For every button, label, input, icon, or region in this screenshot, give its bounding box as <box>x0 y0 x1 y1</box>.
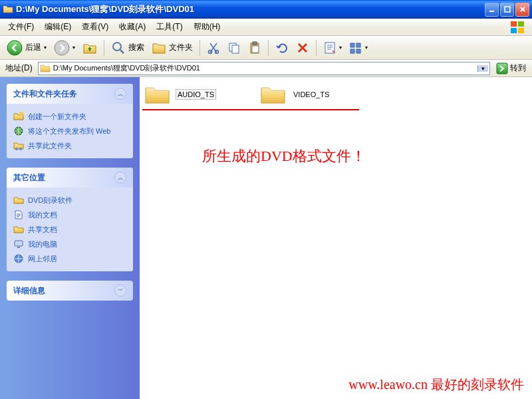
folders-button[interactable]: 文件夹 <box>149 39 196 57</box>
forward-icon <box>54 40 70 56</box>
place-network[interactable]: 网上邻居 <box>13 251 126 266</box>
chevron-down-icon: ︾ <box>114 285 126 297</box>
address-label: 地址(D) <box>3 63 35 74</box>
annotation-text: 所生成的DVD格式文件！ <box>202 146 366 166</box>
svg-rect-0 <box>489 11 494 12</box>
chevron-down-icon: ▾ <box>339 45 342 51</box>
up-button[interactable] <box>80 39 100 57</box>
place-dvd-software[interactable]: DVD刻录软件 <box>13 193 126 207</box>
maximize-button[interactable] <box>500 3 514 17</box>
go-button[interactable]: 转到 <box>493 61 529 76</box>
folder-icon <box>259 82 287 106</box>
properties-icon <box>323 41 336 55</box>
folder-audio-ts[interactable]: AUDIO_TS <box>144 82 216 106</box>
menubar: 文件(F) 编辑(E) 查看(V) 收藏(A) 工具(T) 帮助(H) <box>0 19 532 36</box>
place-shared-docs[interactable]: 共享文档 <box>13 222 126 237</box>
svg-point-25 <box>19 148 22 150</box>
details-panel: 详细信息 ︾ <box>7 281 133 301</box>
go-icon <box>496 63 508 74</box>
shared-folder-icon <box>13 224 24 235</box>
search-icon <box>111 41 126 55</box>
folder-video-ts[interactable]: VIDEO_TS <box>259 82 331 106</box>
new-folder-icon <box>13 111 24 122</box>
windows-logo-icon <box>505 20 529 35</box>
search-button[interactable]: 搜索 <box>108 39 147 57</box>
back-icon <box>7 40 23 56</box>
highlight-underline <box>142 109 359 110</box>
folder-icon <box>3 4 13 15</box>
menu-file[interactable]: 文件(F) <box>3 19 39 35</box>
address-dropdown[interactable]: ▾ <box>477 65 488 72</box>
folder-up-icon <box>82 41 97 55</box>
task-new-folder[interactable]: 创建一个新文件夹 <box>13 109 126 124</box>
details-header[interactable]: 详细信息 ︾ <box>7 281 133 301</box>
cut-button[interactable] <box>204 39 223 57</box>
svg-point-8 <box>113 43 121 51</box>
copy-button[interactable] <box>225 39 243 57</box>
views-icon <box>349 41 362 55</box>
paste-icon <box>248 41 261 55</box>
content-area: 文件和文件夹任务 ︽ 创建一个新文件夹 将这个文件夹发布到 Web 共享此文件夹… <box>0 77 532 399</box>
task-publish-web[interactable]: 将这个文件夹发布到 Web <box>13 124 126 138</box>
window-controls <box>485 3 529 17</box>
sidebar: 文件和文件夹任务 ︽ 创建一个新文件夹 将这个文件夹发布到 Web 共享此文件夹… <box>0 77 140 399</box>
chevron-up-icon: ︽ <box>114 88 126 100</box>
tasks-panel: 文件和文件夹任务 ︽ 创建一个新文件夹 将这个文件夹发布到 Web 共享此文件夹 <box>7 84 133 158</box>
svg-rect-4 <box>511 28 517 33</box>
file-view[interactable]: AUDIO_TS VIDEO_TS 所生成的DVD格式文件！ www.leawo… <box>140 77 532 399</box>
address-input[interactable]: D:\My Documents\狸窝\DVD刻录软件\DVD01 ▾ <box>38 62 490 75</box>
other-places-panel: 其它位置 ︽ DVD刻录软件 我的文档 共享文档 我的电脑 网上邻居 <box>7 168 133 271</box>
task-share-folder[interactable]: 共享此文件夹 <box>13 138 126 153</box>
svg-point-24 <box>15 148 18 150</box>
network-icon <box>13 253 24 264</box>
delete-icon <box>296 41 309 55</box>
folder-icon <box>13 195 24 205</box>
share-icon <box>13 140 24 151</box>
close-button[interactable] <box>515 3 529 17</box>
svg-rect-1 <box>505 7 510 12</box>
copy-icon <box>227 41 241 55</box>
folder-icon <box>40 63 51 74</box>
views-button[interactable]: ▾ <box>346 39 370 57</box>
properties-button[interactable]: ▾ <box>321 39 344 57</box>
toolbar: 后退 ▾ ▾ 搜索 文件夹 ▾ ▾ <box>0 36 532 60</box>
paste-button[interactable] <box>245 39 264 57</box>
svg-rect-21 <box>497 63 507 74</box>
cut-icon <box>207 41 220 55</box>
svg-rect-14 <box>253 42 257 45</box>
svg-point-6 <box>7 41 22 55</box>
chevron-down-icon: ▾ <box>72 45 75 51</box>
menu-favorites[interactable]: 收藏(A) <box>114 19 151 35</box>
undo-button[interactable] <box>273 39 291 57</box>
folder-icon <box>144 82 172 106</box>
tasks-header[interactable]: 文件和文件夹任务 ︽ <box>7 84 133 104</box>
delete-button[interactable] <box>293 39 312 57</box>
svg-rect-18 <box>356 43 360 47</box>
chevron-up-icon: ︽ <box>114 172 126 184</box>
svg-rect-2 <box>511 21 517 27</box>
globe-icon <box>13 126 24 136</box>
folders-icon <box>152 41 166 55</box>
documents-icon <box>13 209 24 220</box>
svg-rect-12 <box>232 45 239 53</box>
place-my-documents[interactable]: 我的文档 <box>13 207 126 222</box>
menu-edit[interactable]: 编辑(E) <box>39 19 76 35</box>
svg-rect-27 <box>17 247 20 248</box>
place-my-computer[interactable]: 我的电脑 <box>13 237 126 251</box>
menu-tools[interactable]: 工具(T) <box>151 19 188 35</box>
forward-button[interactable]: ▾ <box>51 38 78 58</box>
svg-rect-15 <box>252 46 259 53</box>
back-button[interactable]: 后退 ▾ <box>4 38 49 58</box>
chevron-down-icon: ▾ <box>44 45 47 51</box>
other-places-header[interactable]: 其它位置 ︽ <box>7 168 133 188</box>
svg-rect-19 <box>350 49 354 53</box>
svg-rect-5 <box>518 28 524 33</box>
undo-icon <box>275 41 289 55</box>
watermark-text: www.leawo.cn 最好的刻录软件 <box>348 376 524 394</box>
svg-rect-17 <box>350 43 354 47</box>
computer-icon <box>13 239 24 249</box>
menu-help[interactable]: 帮助(H) <box>188 19 226 35</box>
menu-view[interactable]: 查看(V) <box>76 19 114 35</box>
minimize-button[interactable] <box>485 3 499 17</box>
svg-point-22 <box>19 112 23 116</box>
